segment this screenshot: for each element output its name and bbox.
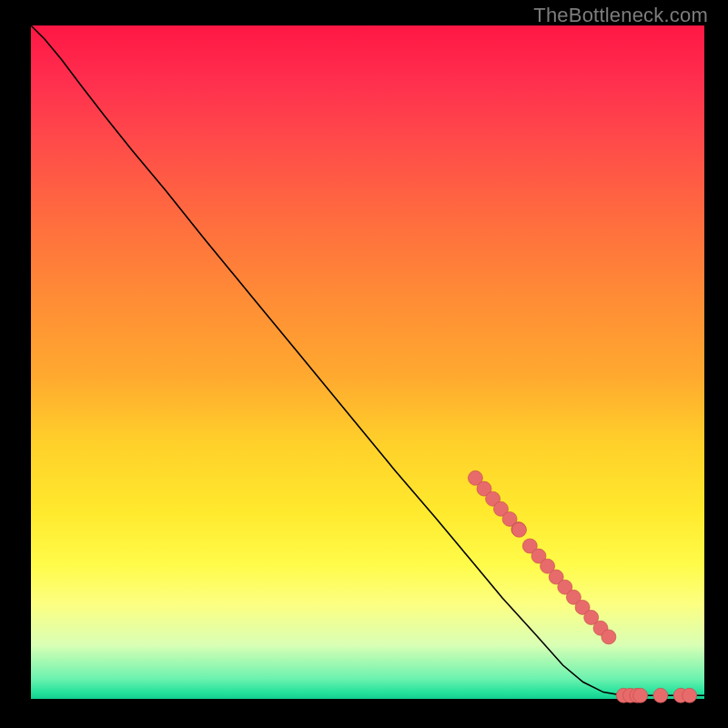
chart-stage: TheBottleneck.com [0, 0, 728, 728]
data-marker [653, 688, 668, 703]
data-marker [512, 522, 527, 537]
chart-svg [31, 25, 704, 699]
data-marker [602, 630, 616, 644]
marker-group [468, 470, 696, 703]
data-marker [682, 688, 697, 703]
curve-line [31, 25, 704, 695]
data-marker [633, 688, 648, 703]
watermark-text: TheBottleneck.com [533, 4, 708, 27]
